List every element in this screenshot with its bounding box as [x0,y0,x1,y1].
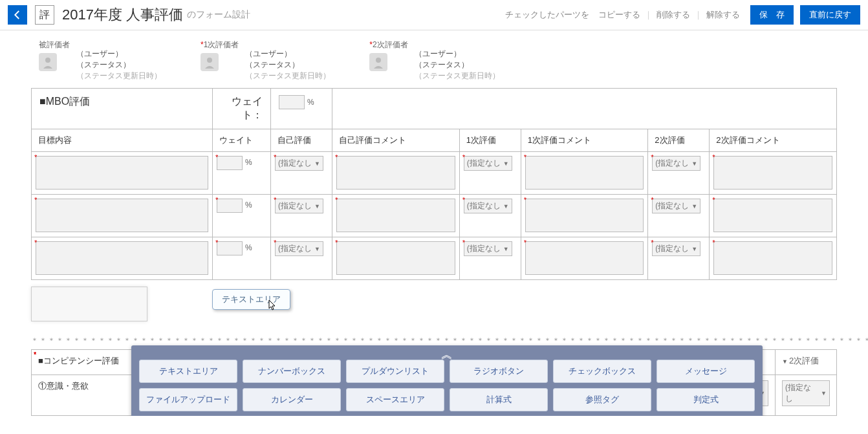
participant-status: （ステータス） [76,60,162,71]
palette-button[interactable]: チェックボックス [553,360,651,383]
palette-button[interactable]: 判定式 [656,388,755,411]
mbo-textarea[interactable] [713,199,832,232]
mbo-column-header: ウェイト [213,129,271,152]
mbo-textarea[interactable] [36,199,208,232]
mbo-textarea[interactable] [525,241,644,275]
palette-collapse-icon[interactable]: ︽ [441,347,453,362]
palette-button[interactable]: カレンダー [243,388,341,411]
participant-user: （ユーザー） [415,49,500,60]
participant-block: *1次評価者 （ユーザー） （ステータス） （ステータス更新日時） [201,39,331,81]
svg-point-1 [207,58,212,63]
participant-status: （ステータス） [245,60,331,71]
checked-parts-label: チェックしたパーツを [505,9,589,21]
mbo-weight-field[interactable] [217,199,243,213]
delete-link[interactable]: 削除する [656,9,690,21]
mbo-column-header: 1次評価コメント [521,129,648,152]
mbo-section: ■MBO評価 ウェイト： % 目標内容ウェイト自己評価自己評価コメント1次評価1… [31,88,837,280]
avatar-icon [201,53,219,71]
participant-user: （ユーザー） [76,49,162,60]
mbo-select[interactable]: (指定なし▼ [652,156,700,171]
mbo-weight-field[interactable] [217,241,243,255]
comp-second-select[interactable]: (指定なし▼ [782,380,830,406]
palette-button[interactable]: スペースエリア [346,388,444,411]
participant-block: 被評価者 （ユーザー） （ステータス） （ステータス更新日時） [39,39,162,81]
mbo-select[interactable]: (指定なし▼ [464,199,512,213]
mbo-textarea[interactable] [336,241,455,275]
ghost-placeholder [31,287,147,321]
mbo-weight-label: ウェイト： [213,89,271,129]
svg-point-0 [45,58,50,63]
mbo-column-header: 目標内容 [32,129,213,152]
mbo-textarea[interactable] [36,241,208,275]
mbo-textarea[interactable] [713,156,832,190]
avatar-icon [39,53,57,71]
participant-status: （ステータス） [415,60,500,71]
arrow-left-icon [12,9,23,21]
mbo-column-header: 2次評価 [648,129,710,152]
page-title: 2017年度 人事評価 [62,5,183,25]
drop-area[interactable]: テキストエリア [31,287,837,332]
mbo-weight-field[interactable] [217,156,243,170]
mbo-title: ■MBO評価 [32,89,213,129]
mbo-select[interactable]: (指定なし▼ [275,241,323,256]
mbo-weight-input[interactable] [279,95,305,109]
topbar: 評 2017年度 人事評価 のフォーム設計 チェックしたパーツを コピーする ｜… [0,0,868,30]
mbo-select[interactable]: (指定なし▼ [652,241,700,256]
mbo-textarea[interactable] [713,241,832,275]
copy-link[interactable]: コピーする [598,9,640,21]
competency-section: ■コンピテンシー評価 ウェイト： % ▼自己評価 ▼1次評価 ▼2次評価 ①意識… [31,349,837,416]
mbo-column-header: 2次評価コメント [710,129,837,152]
palette-button[interactable]: ナンバーボックス [243,360,341,383]
parts-palette: ︽ テキストエリアナンバーボックスプルダウンリストラジオボタンチェックボックスメ… [131,345,763,416]
mbo-select[interactable]: (指定なし▼ [652,199,700,213]
drag-tooltip: テキストエリア [212,289,290,310]
mbo-textarea[interactable] [525,199,644,232]
page-subtitle: のフォーム設計 [187,9,250,21]
participant-time: （ステータス更新日時） [245,71,331,81]
avatar-icon [369,53,387,71]
mbo-column-header: 1次評価 [459,129,521,152]
palette-button[interactable]: プルダウンリスト [346,360,444,383]
participant-time: （ステータス更新日時） [415,71,500,81]
mbo-textarea[interactable] [336,156,455,190]
palette-button[interactable]: 参照タグ [553,388,651,411]
back-button[interactable] [8,5,27,25]
mbo-textarea[interactable] [36,156,208,190]
mbo-textarea[interactable] [525,156,644,190]
mbo-select[interactable]: (指定なし▼ [464,156,512,171]
release-link[interactable]: 解除する [706,9,740,21]
mbo-column-header: 自己評価 [271,129,332,152]
palette-button[interactable]: メッセージ [656,360,755,383]
participant-time: （ステータス更新日時） [76,71,162,81]
save-button[interactable]: 保 存 [750,5,794,25]
mbo-weight-cell: % [271,89,332,129]
mbo-textarea[interactable] [336,199,455,232]
palette-button[interactable]: 計算式 [450,388,548,411]
palette-button[interactable]: ラジオボタン [450,360,548,383]
svg-point-2 [376,58,381,63]
tab-second[interactable]: ▼2次評価 [776,350,837,375]
palette-button[interactable]: テキストエリア [139,360,237,383]
participant-user: （ユーザー） [245,49,331,60]
mbo-select[interactable]: (指定なし▼ [464,241,512,256]
revert-button[interactable]: 直前に戻す [800,5,860,25]
participants-row: 被評価者 （ユーザー） （ステータス） （ステータス更新日時） *1次評価者 （… [0,30,868,88]
participant-block: *2次評価者 （ユーザー） （ステータス） （ステータス更新日時） [369,39,499,81]
mbo-column-header: 自己評価コメント [332,129,460,152]
mbo-select[interactable]: (指定なし▼ [275,199,323,213]
mbo-select[interactable]: (指定なし▼ [275,156,323,171]
palette-button[interactable]: ファイルアップロード [139,388,237,411]
form-type-icon: 評 [35,5,54,25]
